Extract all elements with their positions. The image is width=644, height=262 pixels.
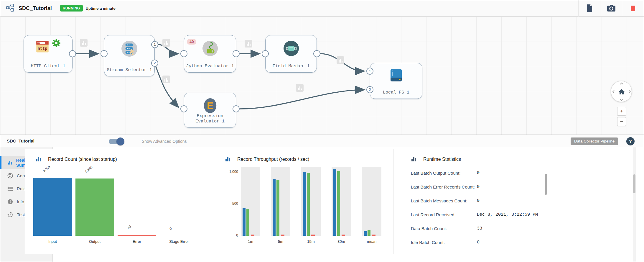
pan-right-icon[interactable]	[629, 90, 631, 94]
x-axis-label: 1m	[239, 239, 262, 244]
bar-error	[342, 235, 345, 236]
bar-value-label: 5,396	[42, 165, 51, 173]
status-badge: RUNNING	[60, 5, 83, 12]
advanced-options-toggle[interactable]	[109, 139, 123, 144]
jython-icon	[202, 40, 218, 57]
bar-chart-icon	[411, 156, 417, 162]
pipeline-title: SDC_Tutorial	[19, 5, 52, 12]
node-label: Stream Selector 1	[106, 68, 153, 73]
bar-value-label: 0	[169, 227, 172, 230]
edge-metrics-icon	[245, 40, 252, 48]
port-selector-input[interactable]	[101, 50, 108, 57]
stat-label: Last Batch Messages Count:	[411, 198, 467, 203]
stat-label: Last Batch Output Count:	[411, 171, 460, 176]
bar-input	[303, 172, 306, 236]
bar-output	[307, 173, 310, 236]
edge-selector2-to-expression	[156, 66, 178, 107]
bar-value-label: 40	[127, 225, 132, 230]
stat-value: 0	[477, 240, 480, 245]
canvas-navigator[interactable]	[611, 81, 632, 102]
x-axis-label: 15m	[299, 239, 323, 244]
stat-label: Last Record Received	[411, 212, 454, 217]
svg-text:E: E	[207, 100, 213, 111]
stat-value: Dec 8, 2021, 3:22:59 PM	[477, 212, 538, 217]
bar-output	[368, 230, 370, 236]
stop-pipeline-button[interactable]	[622, 0, 644, 17]
record-throughput-chart: 1,00050001m5m15m30mmean	[214, 149, 394, 254]
uptime-text: Uptime a minute	[86, 6, 116, 11]
notes-button[interactable]	[578, 0, 600, 17]
svg-text:http: http	[37, 47, 47, 51]
detail-panel-body: Realtime Summary Configuration Rules	[0, 147, 644, 262]
bar-input	[243, 208, 246, 236]
pipeline-connections	[0, 17, 644, 135]
pan-left-icon[interactable]	[612, 90, 615, 94]
bar-chart-icon	[7, 160, 12, 165]
port-masker-input[interactable]	[262, 50, 269, 57]
sidebar-item-label: Info	[17, 199, 24, 204]
port-expression-output[interactable]	[233, 105, 240, 112]
stat-value: 0	[477, 184, 480, 189]
x-axis-label: Error	[118, 239, 156, 244]
panel-scrollbar-thumb[interactable]	[633, 174, 635, 193]
bar-input	[273, 179, 276, 236]
local-fs-icon	[389, 68, 403, 83]
zoom-in-button[interactable]: +	[617, 107, 626, 116]
pipeline-fragment-icon	[6, 3, 14, 13]
stat-label: Data Batch Count:	[411, 226, 447, 231]
node-label: Local FS 1	[371, 90, 421, 96]
stats-scrollbar-thumb[interactable]	[545, 174, 547, 195]
snapshot-button[interactable]	[600, 0, 622, 17]
port-localfs-input-2[interactable]: 2	[366, 86, 373, 93]
edge-metrics-icon	[296, 84, 304, 92]
rules-list-icon	[7, 186, 13, 191]
top-bar: SDC_Tutorial RUNNING Uptime a minute	[0, 0, 644, 17]
error-count-badge[interactable]: 40	[187, 39, 196, 45]
bar-output	[75, 179, 114, 236]
toggle-knob	[116, 137, 124, 145]
bar-error	[281, 235, 284, 236]
notes-document-icon	[586, 4, 593, 12]
detail-panel-header: SDC_Tutorial Show Advanced Options Data …	[0, 135, 644, 147]
zoom-out-button[interactable]: −	[617, 117, 626, 126]
node-local-fs[interactable]: Local FS 1	[370, 63, 422, 99]
runtime-statistics-card: Runtime Statistics Last Batch Output Cou…	[400, 149, 585, 254]
node-label: Jython Evaluator 1	[185, 64, 235, 69]
pan-down-icon[interactable]	[620, 99, 623, 101]
node-stream-selector[interactable]: Stream Selector 1	[104, 35, 155, 76]
port-localfs-input-1[interactable]: 1	[366, 68, 373, 75]
port-masker-output[interactable]	[313, 50, 320, 57]
port-jython-output[interactable]	[233, 50, 240, 57]
node-label: Field Masker 1	[267, 64, 315, 69]
node-jython-evaluator[interactable]: 40 Jython Evaluator 1	[184, 35, 236, 73]
home-icon[interactable]	[618, 89, 625, 95]
help-icon[interactable]: ?	[626, 137, 635, 145]
port-expression-input[interactable]	[180, 105, 187, 112]
bar-value-label: 5,346	[85, 166, 93, 173]
y-tick-label: 1,000	[220, 170, 238, 174]
http-client-icon: http	[36, 40, 49, 53]
node-label: Expression Evaluator 1	[185, 114, 235, 125]
bar-input	[33, 178, 72, 236]
port-http-output[interactable]	[69, 50, 76, 57]
stat-label: Idle Batch Count:	[411, 240, 445, 245]
pipeline-canvas[interactable]: http HTTP Client 1	[0, 17, 644, 135]
bar-error	[118, 235, 156, 236]
port-selector-output-1[interactable]: 1	[151, 41, 158, 48]
field-masker-icon	[283, 40, 299, 57]
stat-label: Last Batch Error Records Count:	[411, 184, 475, 189]
bar-output	[246, 209, 249, 236]
bar-background	[362, 167, 381, 236]
snapshot-camera-icon	[607, 5, 616, 12]
node-field-masker[interactable]: Field Masker 1	[265, 35, 317, 73]
pipeline-type-badge: Data Collector Pipeline	[571, 137, 618, 145]
port-selector-output-2[interactable]: 2	[151, 60, 158, 67]
pan-up-icon[interactable]	[620, 82, 623, 85]
panel-scrollbar-track[interactable]	[633, 147, 636, 262]
record-throughput-card: Record Throughput (records / sec) 1,0005…	[214, 149, 393, 254]
edge-metrics-icon	[337, 56, 344, 64]
port-jython-input[interactable]	[180, 50, 187, 57]
bar-input	[333, 169, 336, 236]
node-http-client[interactable]: http HTTP Client 1	[24, 35, 73, 73]
node-expression-evaluator[interactable]: E Expression Evaluator 1	[184, 93, 236, 128]
